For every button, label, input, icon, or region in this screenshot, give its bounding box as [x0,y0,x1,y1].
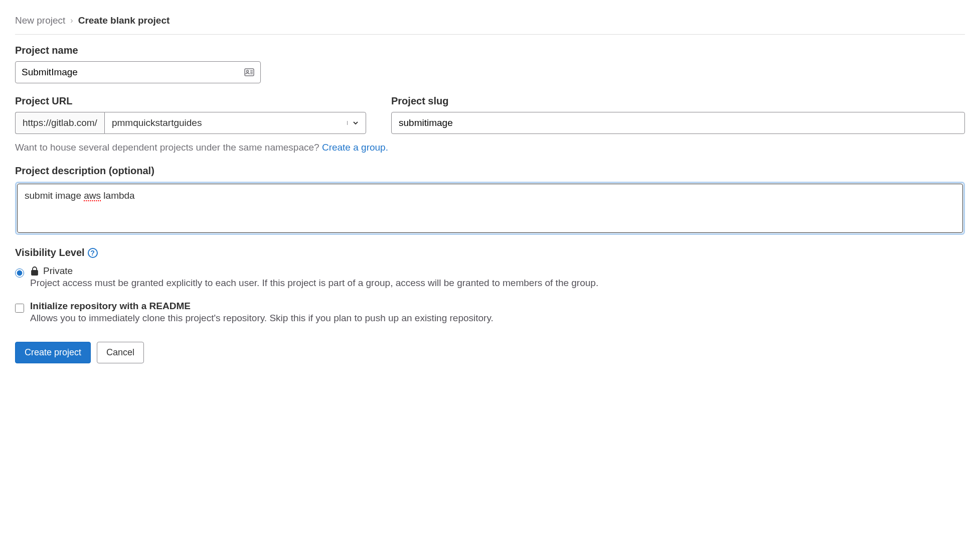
project-slug-input[interactable] [391,112,965,134]
visibility-group: Visibility Level ? Private Project acces… [15,247,965,289]
visibility-private-radio[interactable] [15,269,24,278]
lock-icon [30,266,39,276]
cancel-button[interactable]: Cancel [97,342,144,363]
create-project-button[interactable]: Create project [15,342,91,363]
visibility-private-desc: Project access must be granted explicitl… [30,278,965,289]
project-name-label: Project name [15,45,965,56]
description-focus-ring: submit image aws lambda [15,182,965,235]
project-name-group: Project name [15,45,965,83]
form-actions: Create project Cancel [15,342,965,363]
namespace-select[interactable]: pmmquickstartguides [104,112,366,134]
chevron-right-icon: › [70,16,73,25]
create-group-link[interactable]: Create a group. [322,142,388,153]
help-icon[interactable]: ? [88,248,98,258]
readme-group: Initialize repository with a README Allo… [15,301,965,324]
project-description-label: Project description (optional) [15,165,965,177]
visibility-label: Visibility Level [15,247,85,258]
project-description-group: Project description (optional) submit im… [15,165,965,235]
project-url-base: https://gitlab.com/ [15,112,104,134]
readme-desc: Allows you to immediately clone this pro… [30,313,494,324]
breadcrumb-parent-link[interactable]: New project [15,15,65,26]
project-url-label: Project URL [15,95,366,107]
contact-card-icon [244,68,254,76]
project-name-input-wrap[interactable] [15,61,261,83]
visibility-private-title: Private [43,265,73,277]
readme-title: Initialize repository with a README [30,301,494,312]
svg-point-1 [247,70,249,72]
svg-rect-5 [32,271,38,275]
project-description-textarea[interactable]: submit image aws lambda [17,184,963,233]
breadcrumb: New project › Create blank project [15,15,965,35]
project-url-group: Project URL https://gitlab.com/ pmmquick… [15,95,366,134]
project-name-input[interactable] [22,67,244,78]
chevron-down-icon [347,121,359,125]
namespace-hint-text: Want to house several dependent projects… [15,142,322,153]
namespace-value: pmmquickstartguides [112,117,202,128]
project-slug-group: Project slug [391,95,965,134]
project-slug-label: Project slug [391,95,965,107]
readme-checkbox[interactable] [15,304,24,313]
breadcrumb-current: Create blank project [78,15,170,26]
